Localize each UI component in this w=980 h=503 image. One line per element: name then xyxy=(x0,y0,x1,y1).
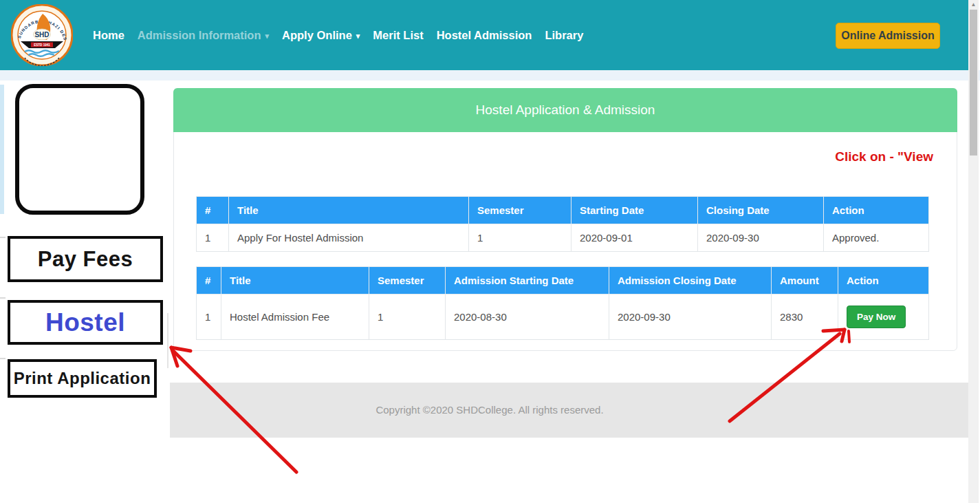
column-header-: # xyxy=(197,197,229,224)
panel-title: Hostel Application & Admission xyxy=(476,103,655,118)
logo-monogram: SHD xyxy=(34,31,49,39)
logo-estd-text: ESTD 1941 xyxy=(34,43,50,47)
sidebar-button-pay-fees[interactable]: Pay Fees xyxy=(8,236,163,282)
nav-item-label: Library xyxy=(545,29,583,42)
photo-placeholder xyxy=(15,84,144,215)
table-cell: 1 xyxy=(197,224,229,252)
scrollbar-thumb[interactable] xyxy=(970,10,977,156)
table-cell: Hostel Admission Fee xyxy=(221,295,369,340)
column-header-starting-date: Starting Date xyxy=(571,197,698,224)
pay-now-button[interactable]: Pay Now xyxy=(847,306,906,328)
table-cell: 2020-09-30 xyxy=(698,224,824,252)
copyright-text: Copyright ©2020 SHDCollege. All rights r… xyxy=(170,404,809,416)
nav-item-merit-list[interactable]: Merit List xyxy=(373,29,423,42)
action-cell: Pay Now xyxy=(838,295,929,340)
column-header-closing-date: Closing Date xyxy=(698,197,824,224)
column-header-action: Action xyxy=(824,197,929,224)
table-row: 1Hostel Admission Fee12020-08-302020-09-… xyxy=(197,295,929,340)
list-tick xyxy=(0,237,6,238)
nav-item-label: Apply Online xyxy=(282,29,352,42)
table-cell: Apply For Hostel Admission xyxy=(229,224,469,252)
header-shadow-band xyxy=(0,70,980,81)
list-tick xyxy=(0,297,6,299)
column-header-semester: Semester xyxy=(369,267,446,295)
nav-item-admission-information[interactable]: Admission Information▾ xyxy=(138,29,269,42)
table-cell: Approved. xyxy=(824,224,929,252)
column-header-title: Title xyxy=(221,267,369,295)
nav-item-label: Hostel Admission xyxy=(437,29,532,42)
nav-item-home[interactable]: Home xyxy=(93,29,124,42)
nav-item-label: Merit List xyxy=(373,29,423,42)
scroll-up-icon[interactable]: ▲ xyxy=(969,1,978,8)
hostel-admission-card: Hostel Application & Admission Click on … xyxy=(173,88,957,351)
nav-item-hostel-admission[interactable]: Hostel Admission xyxy=(437,29,532,42)
panel-header: Hostel Application & Admission xyxy=(173,88,957,132)
table-cell: 2830 xyxy=(772,295,838,340)
list-tick xyxy=(0,358,6,359)
column-header-admission-closing-date: Admission Closing Date xyxy=(609,267,772,295)
online-admission-button[interactable]: Online Admission xyxy=(836,23,940,49)
table-cell: 2020-09-30 xyxy=(609,295,772,340)
table-row: 1Apply For Hostel Admission12020-09-0120… xyxy=(197,224,929,252)
column-header-: # xyxy=(197,267,221,295)
column-header-admission-starting-date: Admission Starting Date xyxy=(446,267,609,295)
top-navbar: SUNDARBAN HAZI DESARAT COLLEGE SHD ESTD … xyxy=(0,0,968,70)
nav-item-label: Home xyxy=(93,29,124,42)
sidebar-accent-strip xyxy=(0,85,4,214)
table-cell: 1 xyxy=(469,224,571,252)
hostel-fee-table: #TitleSemesterAdmission Starting DateAdm… xyxy=(196,266,929,340)
nav-item-apply-online[interactable]: Apply Online▾ xyxy=(282,29,360,42)
sidebar-button-print-application[interactable]: Print Application xyxy=(8,359,157,398)
table-cell: 2020-08-30 xyxy=(446,295,609,340)
nav-item-library[interactable]: Library xyxy=(545,29,583,42)
table-cell: 2020-09-01 xyxy=(571,224,698,252)
caret-down-icon: ▾ xyxy=(356,32,360,40)
sidebar-divider xyxy=(167,313,168,368)
nav-menu: HomeAdmission Information▾Apply Online▾M… xyxy=(93,0,583,70)
column-header-semester: Semester xyxy=(469,197,571,224)
column-header-action: Action xyxy=(838,267,929,295)
nav-item-label: Admission Information xyxy=(138,29,261,42)
college-logo-icon[interactable]: SUNDARBAN HAZI DESARAT COLLEGE SHD ESTD … xyxy=(11,4,73,66)
footer: Copyright ©2020 SHDCollege. All rights r… xyxy=(170,383,968,438)
caret-down-icon: ▾ xyxy=(265,32,270,40)
table-cell: 1 xyxy=(197,295,221,340)
sidebar-button-hostel[interactable]: Hostel xyxy=(8,300,163,345)
hostel-application-table: #TitleSemesterStarting DateClosing DateA… xyxy=(196,196,929,252)
view-hint-text: Click on - "View xyxy=(835,149,933,164)
column-header-title: Title xyxy=(229,197,469,224)
column-header-amount: Amount xyxy=(772,267,838,295)
table-cell: 1 xyxy=(369,295,446,340)
